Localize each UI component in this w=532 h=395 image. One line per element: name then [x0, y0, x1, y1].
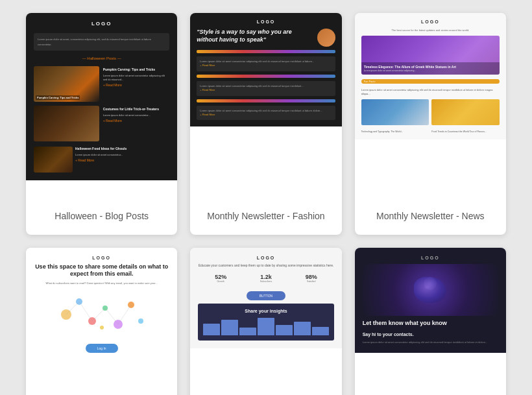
nw-two-col — [361, 99, 500, 125]
br-logo: LOGO — [363, 256, 498, 260]
fa-read-more-2: + Read More — [200, 88, 332, 92]
preview-stats-content: LOGO Educate your customers and keep the… — [190, 248, 341, 349]
st-numbers-row: 52% Growth 1.2k Subscribers 98% Satisfie… — [198, 274, 333, 283]
st-bar-5 — [276, 325, 293, 336]
svg-point-6 — [138, 318, 143, 324]
inf-logo: LOGO — [34, 256, 169, 260]
hw-orange-text: — Halloween Posts — — [34, 54, 169, 62]
inf-illustration — [34, 289, 169, 341]
nw-hero-image: Timeless Elegance: The Allure of Greek W… — [361, 36, 500, 75]
st-cta-text: Share your insights — [203, 309, 328, 313]
st-logo: LOGO — [198, 256, 333, 260]
fa-logo: LOGO — [197, 19, 335, 24]
nw-subtext: The best source for the latest updates a… — [361, 29, 500, 32]
inf-body: What do subscribers want to read? Great … — [34, 281, 169, 285]
st-bar-3 — [239, 328, 256, 335]
hw-bottom-row: Halloween Food Ideas for Ghouls Lorem ip… — [34, 147, 169, 173]
st-body: Educate your customers and keep them up … — [198, 263, 333, 269]
preview-fashion-content: LOGO "Style is a way to say who you are … — [190, 13, 341, 126]
nw-col-image-1 — [361, 99, 429, 125]
hw-pumpkin-body: Lorem ipsum dolor sit amet consectetur a… — [103, 74, 169, 82]
st-stat-3: 98% Satisfied — [306, 274, 317, 283]
card-preview-news: LOGO The best source for the latest upda… — [355, 13, 506, 201]
fa-avatar — [317, 29, 335, 47]
st-stat-1: 52% Growth — [215, 274, 226, 283]
st-chart — [203, 316, 328, 335]
card-preview-halloween: LOGO Lorem ipsum dolor sit amet, consect… — [26, 13, 177, 201]
card-preview-stats: LOGO Educate your customers and keep the… — [190, 248, 341, 395]
br-brain-shape — [414, 277, 446, 303]
card-info[interactable]: LOGO Use this space to share some detail… — [26, 248, 177, 395]
card-label-halloween: Halloween - Blog Posts — [26, 201, 177, 235]
card-brain[interactable]: LOGO Let them know what you know Say hi … — [355, 248, 506, 395]
card-news[interactable]: LOGO The best source for the latest upda… — [355, 13, 506, 235]
preview-news-content: LOGO The best source for the latest upda… — [355, 13, 506, 139]
inf-button[interactable]: Log In — [86, 344, 118, 353]
nw-logo: LOGO — [361, 19, 500, 24]
st-cta-dark: Share your insights — [198, 304, 333, 341]
fa-color-bar-2 — [197, 75, 335, 78]
fa-quote-section: "Style is a way to say who you are witho… — [197, 29, 335, 47]
hw-read-more-1: + Read More — [103, 83, 169, 88]
st-stat-num-2: 1.2k — [260, 274, 272, 280]
st-stat-num-1: 52% — [215, 274, 226, 280]
br-subheadline: Say hi to your contacts. — [363, 332, 498, 337]
preview-info-content: LOGO Use this space to share some detail… — [26, 248, 177, 361]
st-bar-1 — [203, 324, 220, 335]
hw-costume-title: Costumes for Little Trick-or-Treaters — [103, 107, 169, 112]
hw-logo: LOGO — [34, 21, 169, 27]
svg-line-11 — [105, 308, 118, 324]
hw-costume-body: Lorem ipsum dolor sit amet consectetur..… — [103, 114, 169, 117]
fa-content-2: Lorem ipsum dolor sit amet consectetur a… — [197, 81, 335, 96]
st-stat-label-1: Growth — [215, 280, 226, 283]
nw-captions: Technology and Typography: The World... … — [361, 130, 500, 133]
card-label-fashion: Monthly Newsletter - Fashion — [190, 201, 341, 235]
card-halloween[interactable]: LOGO Lorem ipsum dolor sit amet, consect… — [26, 13, 177, 235]
hw-food-image — [34, 147, 73, 173]
hw-image-row: Pumpkin Carving: Tips and Tricks Pumpkin… — [34, 66, 169, 102]
br-headline: Let them know what you know — [363, 320, 498, 328]
st-stat-2: 1.2k Subscribers — [260, 274, 272, 283]
hw-read-more-3: + Read More — [75, 158, 169, 163]
st-bar-2 — [221, 320, 238, 335]
card-stats[interactable]: LOGO Educate your customers and keep the… — [190, 248, 341, 395]
svg-line-8 — [66, 302, 79, 315]
hw-read-more-2: + Read More — [103, 119, 169, 124]
br-brain-area — [363, 264, 498, 316]
hw-pumpkin-text: Pumpkin Carving: Tips and Tricks — [103, 67, 169, 73]
inf-svg-illustration — [53, 289, 151, 341]
st-bar-6 — [294, 322, 311, 335]
nw-tag: Fun Facts — [361, 79, 500, 84]
fa-content-3: Lorem ipsum dolor sit amet consectetur a… — [197, 106, 335, 121]
br-body: Lorem ipsum dolor sit amet consectetur a… — [363, 341, 498, 344]
fa-quote-text: "Style is a way to say who you are witho… — [197, 29, 313, 43]
nw-hero-overlay: Timeless Elegance: The Allure of Greek W… — [361, 62, 500, 75]
st-stat-label-2: Subscribers — [260, 280, 272, 283]
hw-pumpkin-caption: Pumpkin Carving: Tips and Tricks — [36, 95, 80, 100]
st-stat-label-3: Satisfied — [306, 280, 317, 283]
gallery-container: LOGO Lorem ipsum dolor sit amet, consect… — [0, 0, 532, 395]
st-bar-4 — [258, 318, 274, 335]
svg-point-7 — [100, 326, 104, 329]
nw-hero-title: Timeless Elegance: The Allure of Greek W… — [364, 65, 497, 69]
preview-halloween-content: LOGO Lorem ipsum dolor sit amet, consect… — [26, 13, 177, 180]
nw-col-image-2 — [431, 99, 500, 125]
st-button[interactable]: BUTTON — [247, 291, 285, 300]
fa-color-bar — [197, 50, 335, 53]
inf-headline: Use this space to share some details on … — [34, 263, 169, 278]
hw-food-text: Halloween Food Ideas for Ghouls Lorem ip… — [75, 147, 169, 173]
card-fashion[interactable]: LOGO "Style is a way to say who you are … — [190, 13, 341, 235]
fa-read-more-1: + Read More — [200, 64, 332, 67]
fa-content-1: Lorem ipsum dolor sit amet consectetur a… — [197, 56, 335, 71]
hw-costume-image — [34, 106, 99, 141]
hw-costume-row: Costumes for Little Trick-or-Treaters Lo… — [34, 106, 169, 141]
card-label-news: Monthly Newsletter - News — [355, 201, 506, 235]
nw-body-text: Lorem ipsum dolor sit amet consectetur a… — [361, 88, 500, 96]
card-preview-brain: LOGO Let them know what you know Say hi … — [355, 248, 506, 395]
card-preview-info: LOGO Use this space to share some detail… — [26, 248, 177, 395]
fa-read-more-3: + Read More — [200, 113, 332, 117]
svg-line-10 — [92, 308, 105, 321]
nw-hero-body: Lorem ipsum dolor sit amet consectetur a… — [364, 69, 497, 72]
fa-color-bar-3 — [197, 99, 335, 102]
svg-line-9 — [79, 302, 92, 321]
